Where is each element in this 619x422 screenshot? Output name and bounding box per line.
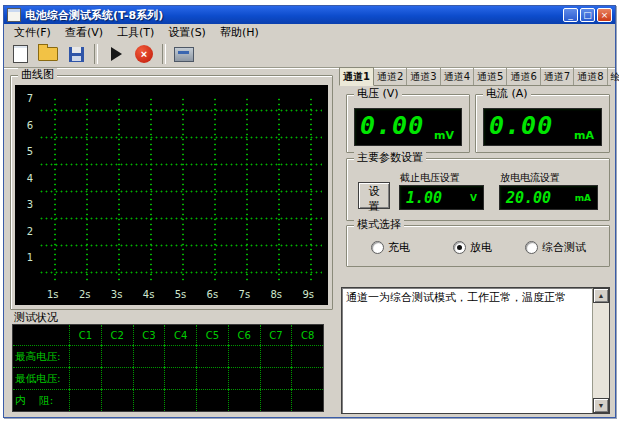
mode-option-charge[interactable]: 充电 bbox=[371, 240, 410, 255]
open-folder-button[interactable] bbox=[35, 42, 61, 66]
minimize-button[interactable]: _ bbox=[563, 8, 578, 22]
y-tick: 3 bbox=[21, 199, 33, 210]
x-tick: 5s bbox=[175, 289, 187, 303]
discharge-current-label: 放电电流设置 bbox=[500, 171, 560, 185]
status-col-header: C1 bbox=[69, 325, 101, 345]
scroll-down-icon[interactable]: ▼ bbox=[593, 398, 609, 413]
status-cell bbox=[164, 345, 196, 367]
toolbar-separator bbox=[162, 44, 166, 64]
device-button[interactable] bbox=[171, 42, 197, 66]
status-cell bbox=[260, 389, 292, 411]
menu-settings[interactable]: 设置(S) bbox=[161, 24, 213, 41]
radio-icon bbox=[371, 241, 384, 254]
y-tick: 4 bbox=[21, 173, 33, 184]
x-tick: 8s bbox=[270, 289, 282, 303]
status-cell bbox=[69, 345, 101, 367]
status-cell bbox=[196, 367, 228, 389]
status-row-label: 最低电压: bbox=[13, 367, 69, 389]
discharge-current-value: 20.00 bbox=[506, 189, 551, 207]
y-tick: 5 bbox=[21, 146, 33, 157]
run-button[interactable] bbox=[103, 42, 129, 66]
tab-channel-7[interactable]: 通道7 bbox=[541, 68, 574, 85]
stop-button[interactable]: × bbox=[131, 42, 157, 66]
app-window: 电池综合测试系统(T-8系列) _ □ × 文件(F) 查看(V) 工具(T) … bbox=[3, 5, 616, 418]
tab-channel-3[interactable]: 通道3 bbox=[407, 68, 440, 85]
status-cell bbox=[164, 389, 196, 411]
tab-channel-1[interactable]: 通道1 bbox=[339, 67, 374, 86]
mode-option-label: 放电 bbox=[470, 240, 492, 255]
status-cell bbox=[133, 345, 165, 367]
status-cell bbox=[291, 345, 323, 367]
voltage-group-title: 电压 (V) bbox=[354, 87, 402, 101]
new-file-button[interactable] bbox=[7, 42, 33, 66]
cutoff-voltage-display: 1.00 V bbox=[399, 185, 484, 210]
set-button[interactable]: 设置 bbox=[358, 182, 390, 209]
scroll-up-icon[interactable]: ▲ bbox=[593, 288, 609, 303]
log-scrollbar[interactable]: ▲ ▼ bbox=[592, 288, 609, 413]
titlebar[interactable]: 电池综合测试系统(T-8系列) _ □ × bbox=[4, 6, 615, 24]
maximize-button[interactable]: □ bbox=[580, 8, 595, 22]
toolbar: × bbox=[4, 41, 615, 68]
status-cell bbox=[69, 367, 101, 389]
menu-help[interactable]: 帮助(H) bbox=[213, 24, 266, 41]
tab-plot[interactable]: 绘图 bbox=[608, 68, 619, 85]
mode-option-discharge[interactable]: 放电 bbox=[453, 240, 492, 255]
mode-option-combined-test[interactable]: 综合测试 bbox=[525, 240, 586, 255]
status-cell bbox=[101, 389, 133, 411]
x-tick: 2s bbox=[79, 289, 91, 303]
menu-tools[interactable]: 工具(T) bbox=[110, 24, 161, 41]
status-col-header: C5 bbox=[196, 325, 228, 345]
x-tick: 9s bbox=[302, 289, 314, 303]
log-box[interactable]: 通道一为综合测试模式，工作正常，温度正常 ▲ ▼ bbox=[341, 287, 610, 414]
status-cell bbox=[291, 367, 323, 389]
status-corner-cell bbox=[13, 325, 69, 345]
menu-file[interactable]: 文件(F) bbox=[7, 24, 58, 41]
status-cell bbox=[196, 389, 228, 411]
status-cell bbox=[101, 345, 133, 367]
voltage-value: 0.00 bbox=[360, 111, 424, 140]
cutoff-voltage-label: 截止电压设置 bbox=[400, 171, 460, 185]
tab-channel-5[interactable]: 通道5 bbox=[474, 68, 507, 85]
voltage-display: 0.00 mV bbox=[354, 108, 462, 146]
status-row-label: 内 阻: bbox=[13, 389, 69, 411]
status-cell bbox=[133, 367, 165, 389]
status-cell bbox=[291, 389, 323, 411]
radio-icon bbox=[453, 241, 466, 254]
close-button[interactable]: × bbox=[597, 8, 612, 22]
toolbar-separator bbox=[94, 44, 98, 64]
status-cell bbox=[228, 345, 260, 367]
status-col-header: C6 bbox=[228, 325, 260, 345]
mode-group: 模式选择 充电 放电 综合测试 bbox=[346, 225, 610, 267]
tab-channel-6[interactable]: 通道6 bbox=[507, 68, 540, 85]
stop-icon: × bbox=[135, 45, 153, 63]
tab-channel-4[interactable]: 通道4 bbox=[441, 68, 474, 85]
scrollbar-track[interactable] bbox=[593, 303, 609, 398]
current-value: 0.00 bbox=[489, 111, 553, 140]
tab-channel-8[interactable]: 通道8 bbox=[574, 68, 607, 85]
status-cell bbox=[133, 389, 165, 411]
status-cell bbox=[260, 345, 292, 367]
x-tick: 7s bbox=[239, 289, 251, 303]
channel-tabs: 通道1 通道2 通道3 通道4 通道5 通道6 通道7 通道8 绘图 通用 bbox=[339, 68, 611, 86]
status-cell bbox=[164, 367, 196, 389]
x-axis-ticks: 1s 2s 3s 4s 5s 6s 7s 8s 9s bbox=[39, 289, 322, 303]
status-row-label: 最高电压: bbox=[13, 345, 69, 367]
radio-icon bbox=[525, 241, 538, 254]
voltage-group: 电压 (V) 0.00 mV bbox=[346, 94, 470, 153]
status-cell bbox=[196, 345, 228, 367]
status-col-header: C7 bbox=[260, 325, 292, 345]
status-col-header: C8 bbox=[291, 325, 323, 345]
status-table: C1 C2 C3 C4 C5 C6 C7 C8 最高电压: 最低电压: 内 阻: bbox=[12, 324, 324, 412]
tab-channel-2[interactable]: 通道2 bbox=[374, 68, 407, 85]
app-icon bbox=[7, 8, 21, 22]
status-cell bbox=[228, 367, 260, 389]
discharge-current-unit: mA bbox=[575, 193, 591, 203]
curve-chart: 7 6 5 4 3 2 1 1s 2s 3s 4s 5s 6s 7s 8s 9s bbox=[15, 85, 328, 305]
current-group-title: 电流 (A) bbox=[483, 87, 531, 101]
log-text: 通道一为综合测试模式，工作正常，温度正常 bbox=[346, 291, 587, 305]
current-group: 电流 (A) 0.00 mA bbox=[475, 94, 610, 153]
save-button[interactable] bbox=[63, 42, 89, 66]
menu-view[interactable]: 查看(V) bbox=[58, 24, 110, 41]
mode-group-title: 模式选择 bbox=[354, 218, 404, 232]
y-tick: 6 bbox=[21, 120, 33, 131]
